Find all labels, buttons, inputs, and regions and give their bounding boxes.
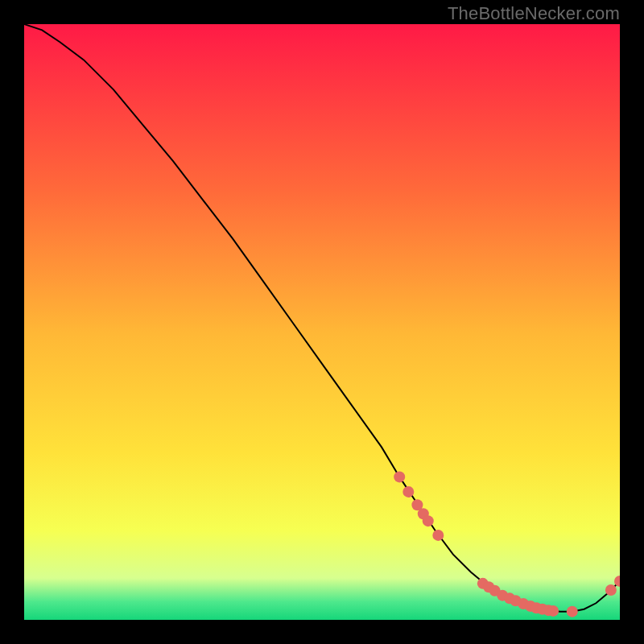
curve-marker bbox=[547, 605, 559, 617]
curve-marker bbox=[394, 471, 405, 482]
curve-marker bbox=[423, 515, 434, 526]
curve-marker bbox=[567, 606, 578, 617]
curve-marker bbox=[402, 486, 414, 497]
curve-marker bbox=[432, 530, 444, 541]
watermark-text: TheBottleNecker.com bbox=[448, 3, 620, 24]
plot-area bbox=[24, 24, 620, 620]
chart-stage: TheBottleNecker.com bbox=[0, 0, 644, 644]
chart-svg bbox=[24, 24, 620, 620]
curve-marker bbox=[605, 584, 617, 596]
gradient-background bbox=[24, 24, 620, 620]
